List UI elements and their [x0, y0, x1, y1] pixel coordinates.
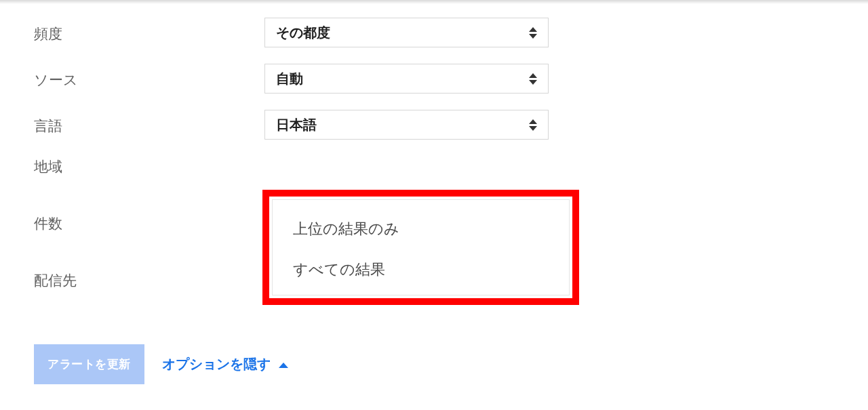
- top-shadow: [0, 0, 868, 4]
- label-source: ソース: [34, 58, 264, 89]
- label-language: 言語: [34, 104, 264, 136]
- dropdown-option-top-results[interactable]: 上位の結果のみ: [289, 212, 553, 246]
- sort-icon: [529, 73, 537, 85]
- select-source-value: 自動: [276, 70, 303, 88]
- row-language: 言語 日本語: [34, 104, 868, 150]
- label-destination: 配信先: [34, 258, 264, 290]
- dropdown-option-all-results[interactable]: すべての結果: [289, 253, 553, 287]
- label-frequency: 頻度: [34, 12, 264, 43]
- hide-options-link[interactable]: オプションを隠す: [162, 355, 288, 373]
- sort-icon: [529, 27, 537, 39]
- select-language[interactable]: 日本語: [264, 110, 549, 140]
- hide-options-label: オプションを隠す: [162, 355, 271, 373]
- footer-row: アラートを更新 オプションを隠す: [34, 305, 868, 384]
- select-source[interactable]: 自動: [264, 64, 549, 94]
- count-dropdown-popup: 上位の結果のみ すべての結果: [262, 190, 579, 305]
- select-frequency-value: その都度: [276, 24, 330, 42]
- select-frequency[interactable]: その都度: [264, 18, 549, 47]
- sort-icon: [529, 119, 537, 131]
- count-dropdown-inner: 上位の結果のみ すべての結果: [272, 199, 570, 295]
- label-region: 地域: [34, 150, 264, 176]
- select-language-value: 日本語: [276, 116, 317, 134]
- label-count: 件数: [34, 202, 264, 233]
- update-alert-button[interactable]: アラートを更新: [34, 344, 144, 384]
- row-frequency: 頻度 その都度: [34, 12, 868, 58]
- chevron-up-icon: [279, 363, 288, 368]
- row-source: ソース 自動: [34, 58, 868, 104]
